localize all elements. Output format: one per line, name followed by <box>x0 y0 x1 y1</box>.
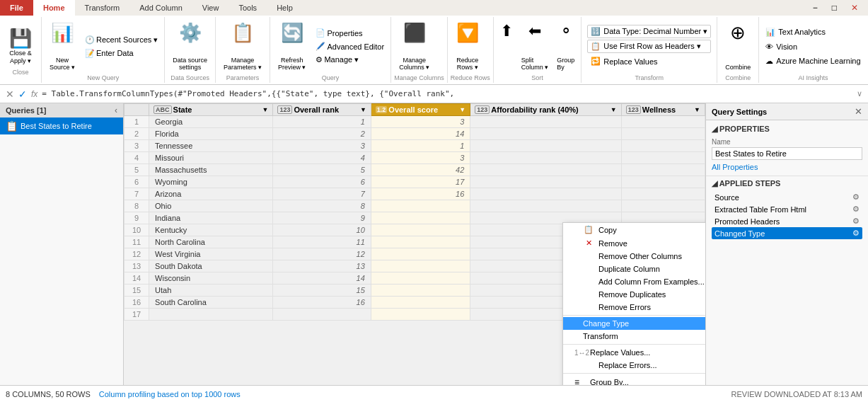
context-remove-errors[interactable]: Remove Errors <box>563 301 705 314</box>
manage-button[interactable]: ⚙ Manage ▾ <box>312 54 388 66</box>
query-item-best-states[interactable]: 📋 Best States to Retire <box>0 117 123 134</box>
context-remove-other[interactable]: Remove Other Columns <box>563 250 705 263</box>
query-settings-title: Query Settings <box>712 108 767 116</box>
state-cell: Massachusetts <box>149 164 273 176</box>
rank-cell: 3 <box>273 140 371 152</box>
score-cell: 14 <box>371 128 470 140</box>
context-menu: 📋 Copy ✕ Remove Remove Other Columns Dup… <box>562 222 705 385</box>
afford-col-filter-icon[interactable]: ▼ <box>611 106 617 113</box>
fx-cancel-button[interactable]: ✕ <box>6 88 14 100</box>
sort-asc-button[interactable]: ⬆ <box>497 18 516 74</box>
properties-button[interactable]: 📄 Properties <box>312 27 388 39</box>
row-number: 16 <box>125 297 149 309</box>
queries-panel: Queries [1] ‹ 📋 Best States to Retire <box>0 103 124 385</box>
wellness-cell <box>621 116 705 128</box>
text-analytics-icon: 📊 <box>765 28 775 37</box>
context-remove[interactable]: ✕ Remove <box>563 236 705 250</box>
context-add-from-examples[interactable]: Add Column From Examples... <box>563 275 705 288</box>
affordability-cell <box>470 200 621 212</box>
advanced-editor-icon: 🖊️ <box>316 42 325 51</box>
affordability-cell <box>470 116 621 128</box>
score-col-filter-icon[interactable]: ▼ <box>459 106 465 113</box>
new-source-button[interactable]: 📊 NewSource ▾ <box>45 18 80 74</box>
state-col-type-icon: ABC <box>154 105 172 114</box>
close-icon[interactable]: ✕ <box>845 1 864 14</box>
context-replace-errors[interactable]: Replace Errors... <box>563 359 705 372</box>
status-bar: 8 COLUMNS, 50 ROWS Column profiling base… <box>0 385 868 402</box>
reduce-rows-button[interactable]: 🔽 ReduceRows ▾ <box>451 18 485 74</box>
score-cell <box>371 200 470 212</box>
context-group-by[interactable]: ≡ Group By... <box>563 375 705 385</box>
affordability-cell <box>470 188 621 200</box>
score-cell: 1 <box>371 140 470 152</box>
formula-input[interactable] <box>42 89 852 98</box>
step-changed-type[interactable]: Changed Type ⚙ <box>712 227 862 239</box>
ai-insights-group: 📊 Text Analytics 👁 Vision ☁ Azure Machin… <box>759 17 867 83</box>
row-number: 11 <box>125 236 149 248</box>
formula-expand-icon[interactable]: ∨ <box>857 89 862 98</box>
columns-rows-count: 8 COLUMNS, 50 ROWS <box>6 390 91 398</box>
split-column-button[interactable]: ⬅ SplitColumn ▾ <box>518 18 552 74</box>
context-replace-values[interactable]: 1↔2 Replace Values... <box>563 346 705 359</box>
step-source[interactable]: Source ⚙ <box>712 191 862 203</box>
refresh-preview-button[interactable]: 🔄 RefreshPreview ▾ <box>273 18 311 74</box>
fx-confirm-button[interactable]: ✓ <box>18 88 27 100</box>
afford-col-type-icon: 123 <box>475 105 490 114</box>
context-copy[interactable]: 📋 Copy <box>563 223 705 236</box>
recent-sources-button[interactable]: 🕐 Recent Sources ▾ <box>81 34 161 46</box>
step-promoted-gear[interactable]: ⚙ <box>852 217 860 226</box>
minimize-icon[interactable]: − <box>807 1 823 14</box>
score-cell: 16 <box>371 188 470 200</box>
rank-cell: 4 <box>273 152 371 164</box>
queries-collapse-icon[interactable]: ‹ <box>115 105 117 115</box>
close-apply-button[interactable]: 💾 Close &Apply ▾ <box>6 24 35 69</box>
replace-values-button[interactable]: 🔁 Replace Values <box>587 54 711 68</box>
query-name-input[interactable] <box>712 147 862 160</box>
combine-button[interactable]: ⊕ Combine <box>720 18 756 74</box>
data-type-icon: 🔢 <box>591 27 601 36</box>
context-remove-dupes[interactable]: Remove Duplicates <box>563 288 705 301</box>
step-source-gear[interactable]: ⚙ <box>852 193 860 202</box>
score-cell: 42 <box>371 164 470 176</box>
data-source-settings-button[interactable]: ⚙️ Data sourcesettings <box>168 18 212 74</box>
data-type-button[interactable]: 🔢 Data Type: Decimal Number ▾ <box>587 25 711 38</box>
enter-data-button[interactable]: 📝 Enter Data <box>81 47 161 59</box>
tab-home[interactable]: Home <box>33 0 75 16</box>
text-analytics-button[interactable]: 📊 Text Analytics <box>762 25 864 39</box>
score-cell: 17 <box>371 176 470 188</box>
state-cell: Missouri <box>149 152 273 164</box>
vision-icon: 👁 <box>765 42 773 51</box>
wellness-cell <box>621 176 705 188</box>
context-change-type[interactable]: Change Type ▶ <box>563 317 705 330</box>
tab-transform[interactable]: Transform <box>75 0 130 16</box>
wellness-cell <box>621 188 705 200</box>
use-first-row-icon: 📋 <box>591 42 601 51</box>
maximize-icon[interactable]: □ <box>826 1 843 14</box>
context-transform[interactable]: Transform ▶ <box>563 330 705 343</box>
manage-parameters-button[interactable]: 📋 ManageParameters ▾ <box>219 18 267 74</box>
tab-help[interactable]: Help <box>267 0 303 16</box>
manage-columns-group: ⬛ ManageColumns ▾ Manage Columns <box>391 17 448 83</box>
use-first-row-button[interactable]: 📋 Use First Row as Headers ▾ <box>587 40 711 53</box>
rank-cell: 7 <box>273 188 371 200</box>
file-tab[interactable]: File <box>0 0 33 16</box>
tab-add-column[interactable]: Add Column <box>129 0 192 16</box>
tab-tools[interactable]: Tools <box>228 0 267 16</box>
step-changed-gear[interactable]: ⚙ <box>852 229 860 238</box>
rank-col-filter-icon[interactable]: ▼ <box>360 106 366 113</box>
vision-button[interactable]: 👁 Vision <box>762 40 864 53</box>
all-properties-link[interactable]: All Properties <box>712 163 862 171</box>
manage-columns-button[interactable]: ⬛ ManageColumns ▾ <box>394 18 434 74</box>
settings-close-icon[interactable]: ✕ <box>855 106 862 117</box>
context-duplicate[interactable]: Duplicate Column <box>563 263 705 275</box>
step-extract-gear[interactable]: ⚙ <box>852 205 860 214</box>
tab-view[interactable]: View <box>192 0 229 16</box>
step-extract[interactable]: Extracted Table From Html ⚙ <box>712 203 862 215</box>
azure-ml-button[interactable]: ☁ Azure Machine Learning <box>762 54 864 68</box>
step-promoted[interactable]: Promoted Headers ⚙ <box>712 215 862 227</box>
wellness-col-filter-icon[interactable]: ▼ <box>694 106 700 113</box>
state-col-filter-icon[interactable]: ▼ <box>262 106 268 113</box>
group-by-button[interactable]: ⚬ GroupBy <box>553 18 578 74</box>
query-group: 🔄 RefreshPreview ▾ 📄 Properties 🖊️ Advan… <box>270 17 391 83</box>
advanced-editor-button[interactable]: 🖊️ Advanced Editor <box>312 40 388 52</box>
